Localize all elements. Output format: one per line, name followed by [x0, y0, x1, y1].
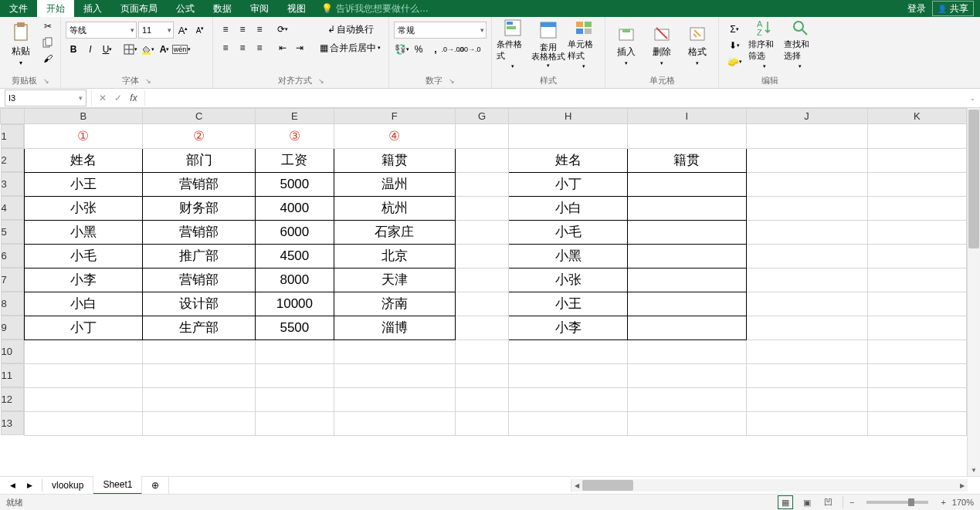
cell-I5[interactable] — [627, 220, 746, 244]
fill-button[interactable]: ⬇▾ — [724, 38, 745, 53]
cell-J10[interactable] — [746, 339, 867, 363]
cell-I4[interactable] — [627, 196, 746, 220]
cell-I12[interactable] — [627, 387, 746, 411]
cell-F4[interactable]: 杭州 — [334, 196, 455, 220]
cell-C2[interactable]: 部门 — [143, 148, 256, 172]
increase-indent-button[interactable]: ⇥ — [292, 40, 307, 56]
cell-J9[interactable] — [746, 316, 867, 339]
row-header-6[interactable]: 6 — [1, 244, 24, 268]
spreadsheet-grid[interactable]: BCEFGHIJK1①②③④2姓名部门工资籍贯姓名籍贯3小王营销部5000温州小… — [0, 108, 967, 476]
align-bottom-button[interactable]: ≡ — [252, 22, 267, 37]
cell-H13[interactable] — [509, 411, 628, 435]
login-link[interactable]: 登录 — [907, 2, 926, 15]
align-middle-button[interactable]: ≡ — [235, 22, 250, 37]
cell-H3[interactable]: 小丁 — [509, 172, 628, 196]
cell-E13[interactable] — [256, 411, 334, 435]
cell-H1[interactable] — [509, 124, 628, 149]
cell-B12[interactable] — [24, 387, 143, 411]
cell-J12[interactable] — [746, 387, 867, 411]
sheet-nav-next[interactable]: ▶ — [22, 478, 37, 493]
cell-G10[interactable] — [456, 339, 509, 363]
cell-B10[interactable] — [24, 339, 143, 363]
tab-insert[interactable]: 插入 — [74, 0, 111, 17]
select-all-corner[interactable] — [1, 109, 25, 124]
cell-E8[interactable]: 10000 — [256, 292, 334, 316]
copy-button[interactable] — [40, 35, 56, 50]
sheet-tab-sheet1[interactable]: Sheet1 — [93, 476, 142, 495]
column-header-J[interactable]: J — [746, 109, 867, 124]
cell-H8[interactable]: 小王 — [509, 292, 628, 316]
column-header-H[interactable]: H — [509, 109, 628, 124]
cell-J5[interactable] — [746, 220, 867, 244]
cell-E1[interactable]: ③ — [256, 124, 334, 149]
cell-E2[interactable]: 工资 — [256, 148, 334, 172]
cell-C11[interactable] — [143, 363, 256, 387]
cell-J2[interactable] — [746, 148, 867, 172]
cell-K13[interactable] — [867, 411, 966, 435]
zoom-level[interactable]: 170% — [952, 498, 974, 507]
sheet-tab-vlookup[interactable]: vlookup — [42, 477, 93, 494]
cell-C8[interactable]: 设计部 — [143, 292, 256, 316]
cell-H5[interactable]: 小毛 — [509, 220, 628, 244]
tab-view[interactable]: 视图 — [278, 0, 315, 17]
format-as-table-button[interactable]: 套用 表格格式▾ — [532, 19, 565, 69]
row-header-11[interactable]: 11 — [1, 363, 24, 387]
cell-B2[interactable]: 姓名 — [24, 148, 143, 172]
percent-button[interactable]: % — [411, 42, 426, 57]
cut-button[interactable]: ✂ — [40, 19, 56, 34]
font-size-select[interactable]: 11 — [138, 22, 174, 39]
border-button[interactable]: ▾ — [123, 42, 138, 57]
cell-B8[interactable]: 小白 — [24, 292, 143, 316]
new-sheet-button[interactable]: ⊕ — [142, 477, 169, 494]
cell-styles-button[interactable]: 单元格样式▾ — [568, 19, 600, 69]
column-header-F[interactable]: F — [334, 109, 455, 124]
column-header-C[interactable]: C — [143, 109, 256, 124]
cell-F13[interactable] — [334, 411, 455, 435]
cell-G12[interactable] — [456, 387, 509, 411]
cell-B13[interactable] — [24, 411, 143, 435]
delete-cells-button[interactable]: 删除▾ — [646, 19, 678, 69]
increase-font-button[interactable]: A▴ — [175, 22, 191, 38]
cell-F5[interactable]: 石家庄 — [334, 220, 455, 244]
column-header-E[interactable]: E — [256, 109, 334, 124]
cell-K1[interactable] — [867, 124, 966, 149]
cell-H2[interactable]: 姓名 — [509, 148, 628, 172]
tab-file[interactable]: 文件 — [0, 0, 37, 17]
cell-K5[interactable] — [867, 220, 966, 244]
view-normal-button[interactable]: ▦ — [778, 495, 793, 509]
vertical-scrollbar[interactable]: ▲ ▼ — [967, 108, 980, 476]
zoom-slider[interactable] — [866, 501, 928, 504]
font-color-button[interactable]: A▾ — [157, 42, 172, 57]
cell-F1[interactable]: ④ — [334, 124, 455, 149]
zoom-in-button[interactable]: + — [941, 498, 945, 507]
phonetic-button[interactable]: wén▾ — [174, 42, 189, 57]
cell-K8[interactable] — [867, 292, 966, 316]
cell-E9[interactable]: 5500 — [256, 316, 334, 339]
cell-I10[interactable] — [627, 339, 746, 363]
tab-data[interactable]: 数据 — [204, 0, 241, 17]
cell-J4[interactable] — [746, 196, 867, 220]
expand-formula-bar[interactable]: ⌄ — [965, 90, 980, 106]
cell-F10[interactable] — [334, 339, 455, 363]
italic-button[interactable]: I — [83, 42, 98, 57]
sort-filter-button[interactable]: AZ 排序和筛选▾ — [748, 19, 781, 69]
cell-F8[interactable]: 济南 — [334, 292, 455, 316]
dialog-launcher[interactable]: ↘ — [145, 77, 151, 85]
cell-C7[interactable]: 营销部 — [143, 268, 256, 292]
format-painter-button[interactable]: 🖌 — [40, 51, 56, 66]
cell-G3[interactable] — [456, 172, 509, 196]
cell-G7[interactable] — [456, 268, 509, 292]
cell-G11[interactable] — [456, 363, 509, 387]
row-header-1[interactable]: 1 — [1, 124, 24, 148]
cell-K3[interactable] — [867, 172, 966, 196]
decrease-decimal-button[interactable]: .00→.0 — [462, 42, 477, 57]
underline-button[interactable]: U▾ — [100, 42, 115, 57]
cell-C1[interactable]: ② — [143, 124, 256, 149]
cell-E10[interactable] — [256, 339, 334, 363]
decrease-indent-button[interactable]: ⇤ — [275, 40, 290, 56]
cell-E7[interactable]: 8000 — [256, 268, 334, 292]
view-page-break-button[interactable]: 凹 — [821, 495, 836, 509]
clear-button[interactable]: 🧽▾ — [724, 54, 745, 69]
cell-H7[interactable]: 小张 — [509, 268, 628, 292]
cell-C6[interactable]: 推广部 — [143, 244, 256, 268]
